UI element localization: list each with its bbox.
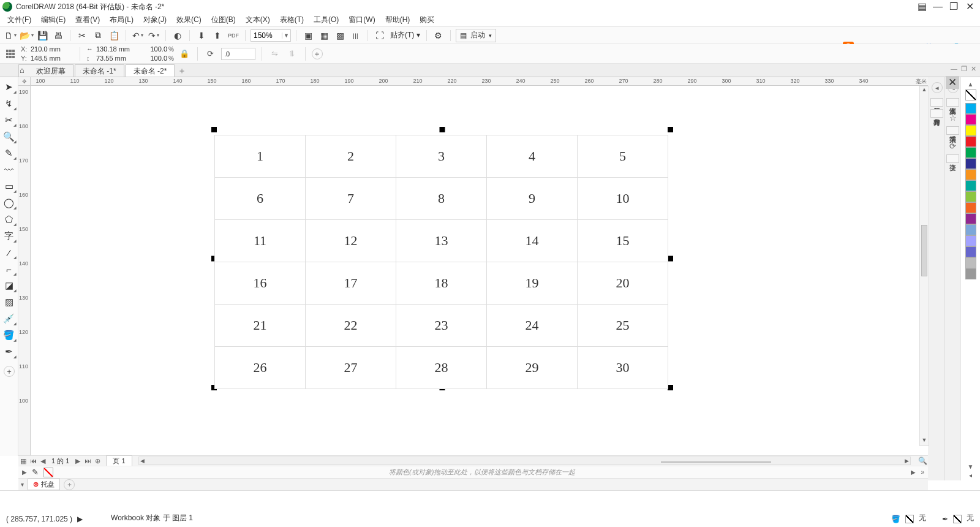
table-cell[interactable]: 17	[306, 262, 396, 305]
palette-swatch[interactable]	[965, 180, 976, 191]
table-cell[interactable]: 28	[396, 347, 487, 389]
palette-swatch[interactable]	[965, 125, 976, 136]
docpalette-menu-icon[interactable]: ▶	[22, 469, 27, 476]
tray-tab[interactable]: ⊗托盘	[28, 479, 60, 490]
y-value[interactable]: 148.5 mm	[31, 55, 74, 62]
palette-swatch[interactable]	[965, 169, 976, 180]
scroll-down-icon[interactable]: ▼	[920, 437, 929, 445]
palette-up-icon[interactable]: ▲	[968, 81, 974, 89]
table-cell[interactable]: 11	[215, 220, 306, 262]
table-cell[interactable]: 26	[215, 347, 306, 389]
tab-restore-icon[interactable]: ❐	[961, 65, 967, 73]
table-cell[interactable]: 14	[487, 220, 578, 262]
save-button[interactable]: 💾	[36, 29, 49, 42]
freehand-tool[interactable]: ✎◢	[1, 146, 17, 161]
paste-button[interactable]: 📋	[107, 29, 121, 42]
fullscreen-preview-button[interactable]: ▣	[301, 29, 315, 42]
palette-swatch[interactable]	[965, 114, 976, 125]
docker-a-expand-icon[interactable]: ◂	[932, 82, 943, 93]
page-options-icon[interactable]: ▦	[18, 457, 28, 465]
palette-swatch[interactable]	[965, 213, 976, 224]
fill-indicator-icon[interactable]: 🪣	[891, 515, 900, 523]
cut-button[interactable]: ✂	[75, 29, 89, 42]
palette-swatch[interactable]	[965, 202, 976, 213]
undo-button[interactable]: ↶	[131, 29, 145, 42]
table-cell[interactable]: 30	[578, 347, 668, 389]
tray-close-icon[interactable]: ⊗	[33, 480, 39, 488]
shape-tool[interactable]: ↯◢	[1, 96, 17, 111]
tab-close-icon[interactable]: ✕	[971, 65, 976, 73]
import-button[interactable]: ⬇	[195, 29, 208, 42]
connector-tool[interactable]: ⌐◢	[1, 262, 17, 276]
palette-swatch[interactable]	[965, 191, 976, 202]
canvas[interactable]: × 12345678910111213141516171819202122232…	[31, 86, 928, 456]
page-prev-icon[interactable]: ◀	[38, 457, 48, 465]
print-button[interactable]: 🖶	[51, 29, 65, 42]
palette-swatch[interactable]	[965, 246, 976, 257]
table-cell[interactable]: 18	[396, 262, 487, 305]
zoom-combo[interactable]: ▼	[251, 29, 291, 42]
table-cell[interactable]: 13	[396, 220, 487, 262]
scroll-thumb-h[interactable]	[661, 461, 771, 463]
show-guides-button[interactable]: ⫼	[349, 29, 363, 42]
docker-transform[interactable]: 变换	[946, 154, 959, 163]
table-cell[interactable]: 7	[306, 178, 396, 220]
table-object[interactable]: 1234567891011121314151617181920212223242…	[214, 135, 668, 389]
docpalette-eyedropper-icon[interactable]: ✎	[32, 468, 39, 477]
table-cell[interactable]: 27	[306, 347, 396, 389]
table-cell[interactable]: 25	[578, 305, 668, 347]
close-button[interactable]: ✕	[962, 2, 978, 12]
ellipse-tool[interactable]: ◯◢	[1, 195, 17, 210]
fill-swatch-none[interactable]	[905, 515, 914, 523]
table-cell[interactable]: 5	[578, 135, 668, 178]
text-tool[interactable]: 字◢	[1, 229, 17, 243]
crop-tool[interactable]: ✂◢	[1, 113, 17, 127]
copy-button[interactable]: ⧉	[91, 29, 105, 42]
table-cell[interactable]: 2	[306, 135, 396, 178]
table-cell[interactable]: 10	[578, 178, 668, 220]
docker-insert-char[interactable]: 插入字符	[946, 126, 959, 135]
dimension-tool[interactable]: ∕◢	[1, 245, 17, 260]
scroll-up-icon[interactable]: ▲	[920, 86, 929, 95]
artistic-media-tool[interactable]: 〰	[1, 162, 17, 177]
outline-tool[interactable]: ✒◢	[1, 344, 17, 359]
transparency-tool[interactable]: ▨	[1, 295, 17, 309]
rectangle-tool[interactable]: ▭◢	[1, 179, 17, 194]
launch-button[interactable]: ▤ 启动 ▾	[456, 29, 496, 42]
lock-ratio-button[interactable]: 🔒	[178, 47, 191, 61]
zoom-tool[interactable]: 🔍◢	[1, 129, 17, 144]
drop-shadow-tool[interactable]: ◪◢	[1, 278, 17, 293]
zoom-dropdown-icon[interactable]: ▼	[282, 32, 290, 39]
handle-se[interactable]	[668, 385, 673, 390]
tab-doc1[interactable]: 未命名 -1*	[75, 64, 124, 77]
maximize-button[interactable]: ❐	[946, 2, 962, 12]
page-add-icon[interactable]: ⊕	[92, 457, 102, 465]
table-cell[interactable]: 9	[487, 178, 578, 220]
menu-table[interactable]: 表格(T)	[275, 13, 309, 26]
table-cell[interactable]: 8	[396, 178, 487, 220]
zoom-fit-icon[interactable]: 🔍	[917, 457, 928, 465]
rotation-input[interactable]: .0	[221, 48, 255, 60]
menu-help[interactable]: 帮助(H)	[380, 13, 415, 26]
menu-buy[interactable]: 购买	[415, 13, 439, 26]
origin-grid-icon[interactable]	[4, 47, 17, 61]
palette-swatch[interactable]	[965, 136, 976, 147]
scroll-right-icon[interactable]: ▶	[903, 458, 910, 464]
ruler-vertical[interactable]: 190180170160150140130120110100	[18, 86, 31, 456]
open-button[interactable]: 📂	[20, 29, 33, 42]
fill-tool[interactable]: 🪣◢	[1, 328, 17, 343]
table-cell[interactable]: 19	[487, 262, 578, 305]
menu-file[interactable]: 文件(F)	[2, 13, 36, 26]
table-cell[interactable]: 24	[487, 305, 578, 347]
minimize-button[interactable]: —	[930, 2, 946, 12]
mirror-h-button[interactable]: ⇋	[268, 47, 282, 61]
mirror-v-button[interactable]: ⥮	[285, 47, 299, 61]
x-value[interactable]: 210.0 mm	[31, 45, 74, 53]
table-cell[interactable]: 12	[306, 220, 396, 262]
table-cell[interactable]: 6	[215, 178, 306, 220]
table-cell[interactable]: 4	[487, 135, 578, 178]
docker-text-properties[interactable]: 文本属性	[946, 98, 959, 107]
outline-swatch-none[interactable]	[953, 515, 962, 523]
docker-close-button[interactable]: ✕	[946, 76, 959, 89]
outline-indicator-icon[interactable]: ✒	[942, 515, 948, 523]
